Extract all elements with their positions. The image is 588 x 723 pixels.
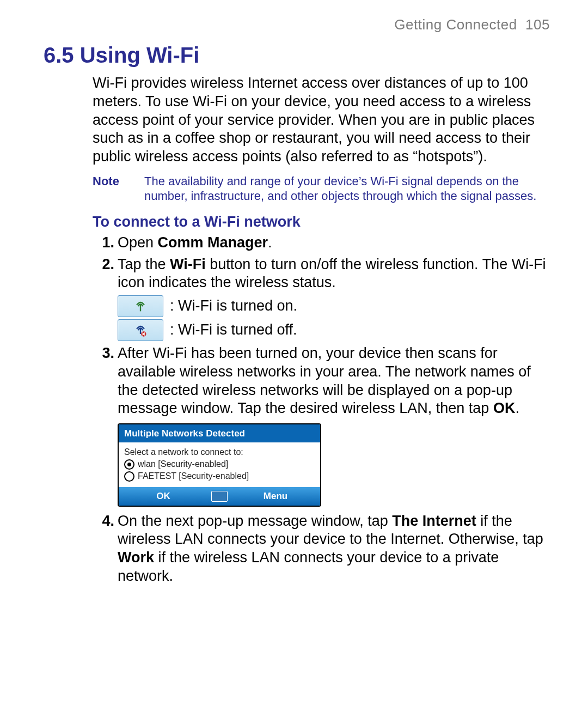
- wifi-off-label: : Wi-Fi is turned off.: [170, 321, 297, 339]
- chapter-name: Getting Connected: [394, 16, 517, 33]
- radio-unselected-icon[interactable]: [124, 471, 134, 482]
- network-label: wlan [Security-enabled]: [138, 459, 228, 470]
- step-marker: 3.: [93, 344, 114, 363]
- step-text: Tap the Wi-Fi button to turn on/off the …: [118, 256, 546, 291]
- ordered-steps: 1. Open Comm Manager. 2. Tap the Wi-Fi b…: [93, 234, 550, 586]
- step-text: Open Comm Manager.: [118, 234, 272, 251]
- running-header: Getting Connected 105: [44, 16, 550, 33]
- bold-wifi: Wi-Fi: [170, 256, 206, 272]
- step-1: 1. Open Comm Manager.: [93, 234, 550, 252]
- popup-ok-button[interactable]: OK: [119, 487, 208, 505]
- networks-popup: Multiple Networks Detected Select a netw…: [118, 423, 321, 507]
- section-number: 6.5: [44, 43, 74, 67]
- popup-footer: OK Menu: [119, 487, 320, 505]
- wifi-on-row: : Wi-Fi is turned on.: [118, 295, 550, 317]
- manual-page: Getting Connected 105 6.5 Using Wi-Fi Wi…: [0, 0, 588, 723]
- note-body: The availability and range of your devic…: [144, 174, 550, 204]
- section-title: Using Wi-Fi: [80, 43, 200, 67]
- wifi-icon-legend: : Wi-Fi is turned on. : Wi-Fi is turned …: [118, 295, 550, 341]
- bold-comm-manager: Comm Manager: [158, 234, 268, 251]
- step-marker: 2.: [93, 256, 114, 274]
- popup-body: Select a network to connect to: wlan [Se…: [119, 442, 320, 487]
- step-marker: 1.: [93, 234, 114, 252]
- step-text: After Wi-Fi has been turned on, your dev…: [118, 345, 531, 416]
- section-heading: 6.5 Using Wi-Fi: [44, 43, 550, 68]
- note-label: Note: [93, 174, 144, 204]
- bold-work: Work: [118, 549, 154, 566]
- radio-selected-icon[interactable]: [124, 459, 134, 470]
- wifi-off-row: : Wi-Fi is turned off.: [118, 319, 550, 341]
- bold-the-internet: The Internet: [392, 513, 476, 529]
- step-3: 3. After Wi-Fi has been turned on, your …: [93, 344, 550, 507]
- step-4: 4. On the next pop-up message window, ta…: [93, 512, 550, 586]
- popup-menu-button[interactable]: Menu: [231, 487, 320, 505]
- popup-prompt: Select a network to connect to:: [124, 447, 315, 458]
- network-label: FAETEST [Security-enabled]: [138, 471, 249, 482]
- wifi-on-label: : Wi-Fi is turned on.: [170, 297, 297, 315]
- network-option-faetest[interactable]: FAETEST [Security-enabled]: [124, 471, 315, 482]
- subsection-heading: To connect to a Wi-Fi network: [93, 214, 550, 230]
- step-2: 2. Tap the Wi-Fi button to turn on/off t…: [93, 256, 550, 342]
- step-text: On the next pop-up message window, tap T…: [118, 513, 543, 584]
- intro-paragraph: Wi-Fi provides wireless Internet access …: [93, 74, 550, 166]
- popup-title: Multiple Networks Detected: [119, 424, 320, 442]
- step-marker: 4.: [93, 512, 114, 531]
- wifi-off-icon: [118, 319, 163, 341]
- network-option-wlan[interactable]: wlan [Security-enabled]: [124, 459, 315, 470]
- page-number: 105: [525, 16, 550, 33]
- keyboard-icon[interactable]: [211, 491, 228, 502]
- bold-ok: OK: [493, 400, 516, 416]
- wifi-on-icon: [118, 295, 163, 317]
- note-block: Note The availability and range of your …: [93, 174, 550, 204]
